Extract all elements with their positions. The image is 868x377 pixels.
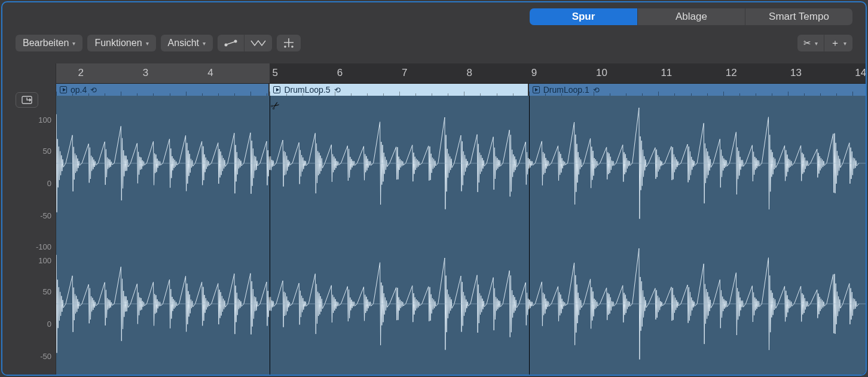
bar-ruler[interactable]: 234567891011121314: [56, 63, 866, 84]
svg-point-4: [284, 45, 286, 48]
region-header-row: op.4⟲DrumLoop.5⟲DrumLoop.1⟲: [56, 84, 866, 96]
bar-number: 6: [337, 67, 343, 79]
view-menu[interactable]: Ansicht ▾: [161, 35, 213, 51]
region-header[interactable]: op.4⟲: [56, 84, 268, 96]
ruler-cycle-range[interactable]: [56, 63, 270, 83]
bar-number: 13: [790, 67, 802, 79]
tab-file[interactable]: Ablage: [637, 8, 745, 25]
automation-button[interactable]: [218, 35, 244, 51]
automation-icon: [224, 39, 238, 47]
db-scale-label: 50: [2, 287, 51, 296]
bar-number: 4: [207, 67, 213, 79]
scissors-icon: ✂: [803, 38, 811, 48]
bar-number: 5: [272, 67, 277, 79]
automation-flex-group: [218, 35, 272, 51]
catch-playhead-icon: [22, 96, 32, 104]
chevron-down-icon: ▾: [843, 40, 846, 47]
waveform: [56, 236, 866, 375]
flex-icon: [250, 39, 266, 47]
db-scale-label: -100: [2, 242, 51, 251]
bar-number: 12: [726, 67, 737, 79]
gutter: 100500-50-100100500-50-100: [2, 63, 56, 375]
chevron-down-icon: ▾: [815, 40, 818, 47]
functions-menu[interactable]: Funktionen ▾: [87, 35, 155, 51]
bar-number: 3: [143, 67, 148, 79]
chevron-down-icon: ▾: [203, 40, 206, 47]
timeline[interactable]: 234567891011121314 op.4⟲DrumLoop.5⟲DrumL…: [56, 63, 866, 375]
catch-playhead-button[interactable]: [16, 92, 38, 108]
tab-track[interactable]: Spur: [530, 8, 637, 25]
db-scale-label: -50: [2, 352, 51, 361]
db-scale-label: 0: [2, 320, 51, 329]
editor-area: 100500-50-100100500-50-100 2345678910111…: [2, 63, 866, 375]
flex-button[interactable]: [244, 35, 272, 51]
bar-number: 7: [402, 67, 407, 79]
db-scale-label: 100: [2, 256, 51, 265]
view-tabs-row: Spur Ablage Smart Tempo: [2, 2, 866, 31]
marquee-cut-button[interactable]: [277, 35, 301, 51]
db-scale-label: 0: [2, 179, 51, 188]
bar-number: 14: [855, 67, 866, 79]
db-scale-label: 100: [2, 115, 51, 124]
bar-number: 8: [466, 67, 472, 79]
bar-number: 10: [596, 67, 607, 79]
region-header[interactable]: DrumLoop.5⟲: [270, 84, 527, 96]
left-click-tool[interactable]: ✂ ▾: [797, 35, 824, 51]
bar-number: 9: [531, 67, 537, 79]
waveform: [56, 96, 866, 236]
chevron-down-icon: ▾: [146, 40, 149, 47]
tab-smart-tempo[interactable]: Smart Tempo: [745, 8, 852, 25]
tool-pickers: ✂ ▾ ＋ ▾: [797, 35, 852, 51]
marquee-cut-icon: [283, 38, 295, 48]
editor-toolbar: Bearbeiten ▾ Funktionen ▾ Ansicht ▾: [2, 31, 866, 55]
view-menu-label: Ansicht: [168, 38, 199, 48]
bar-number: 2: [78, 67, 83, 79]
edit-menu[interactable]: Bearbeiten ▾: [16, 35, 82, 51]
chevron-down-icon: ▾: [72, 40, 75, 47]
bar-number: 11: [661, 67, 672, 79]
edit-menu-label: Bearbeiten: [23, 38, 69, 48]
svg-line-2: [227, 42, 234, 44]
view-tabs: Spur Ablage Smart Tempo: [530, 8, 852, 25]
audio-editor-window: Spur Ablage Smart Tempo Bearbeiten ▾ Fun…: [1, 1, 867, 376]
db-scale-label: -50: [2, 211, 51, 220]
waveform-area[interactable]: ✂: [56, 96, 866, 375]
region-header[interactable]: DrumLoop.1⟲: [529, 84, 866, 96]
plus-icon: ＋: [830, 38, 840, 48]
functions-menu-label: Funktionen: [94, 38, 142, 48]
cmd-click-tool[interactable]: ＋ ▾: [824, 35, 852, 51]
db-scale-label: 50: [2, 147, 51, 156]
svg-point-5: [291, 45, 294, 48]
